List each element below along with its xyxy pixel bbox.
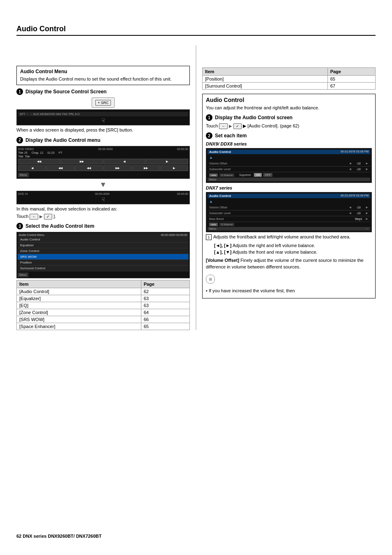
ac-vol-left[interactable]: ◄: [348, 162, 352, 165]
ac-vol-controls: ◄ -10 ►: [348, 162, 369, 165]
ctrl-btn-9[interactable]: ▶▶: [132, 165, 160, 171]
menu-bottom-btn[interactable]: Menu: [18, 271, 189, 277]
ac-tab-science[interactable]: G Science: [219, 173, 234, 177]
dvd-title-label: DVD VIDEO: [18, 148, 34, 150]
menu-item-srs-wow[interactable]: SRS WOW: [18, 254, 189, 260]
vol-offset-label: [Volume Offset]: [206, 258, 239, 263]
right-touch-arrow[interactable]: ←: [219, 123, 228, 129]
page-title: Audio Control: [16, 25, 376, 36]
right-step1-touch: Touch ← ▶ ✓ ▶ [Audio Control]. (page 62): [206, 123, 372, 129]
right-step2-circle: 2: [206, 132, 212, 139]
ac-back-btn-dnx7[interactable]: ←: [366, 227, 369, 230]
audio-menu-screen: Audio Control Menu 00:00-0000 00:00:00 A…: [16, 232, 190, 278]
table-row: [Equalizer] 63: [17, 295, 190, 302]
ctrl-btn-10[interactable]: ▶: [160, 165, 188, 171]
ac-tab-science-dnx7[interactable]: G Science: [219, 223, 234, 226]
menu-time: 00:00-0000 00:00:00: [161, 234, 187, 236]
ac-triangle-up[interactable]: ▲: [209, 155, 213, 160]
bullet-note: • If you have increased the volume first…: [206, 288, 372, 294]
ac-triangle-up-dnx7[interactable]: ▲: [209, 199, 213, 204]
ac-sub-right-dnx7[interactable]: ►: [365, 211, 369, 215]
src-button[interactable]: + SRC: [95, 100, 111, 106]
col-item: Item: [17, 280, 141, 288]
ctrl-btn-2[interactable]: ▶▶: [61, 159, 103, 164]
dvd2-title: DVD VI: [18, 192, 28, 195]
dvd2-time1: 00:00-0000: [95, 192, 109, 195]
ctrl-btn-4[interactable]: ▶: [146, 159, 188, 164]
desc-item-1: 1 Adjusts the front/back and left/right …: [206, 234, 372, 240]
step2-header: 2 Display the Audio Control menu: [16, 137, 190, 143]
device-labels: SFT ← → AUX KENWOOD NAV FAC PRL A O: [20, 113, 80, 116]
ctrl-btn-5[interactable]: ◀: [18, 165, 46, 171]
bracket-items: [◄], [►] Adjusts the right and left volu…: [214, 242, 372, 256]
ac-sub-right[interactable]: ►: [365, 167, 369, 171]
ctrl-btn-7[interactable]: ◀◀: [75, 165, 103, 171]
touch-btn-check[interactable]: ✓: [44, 214, 52, 220]
row1-item: [Audio Control]: [17, 288, 141, 295]
ctrl-btn-8[interactable]: ▶▶: [104, 165, 131, 171]
ac-off-btn[interactable]: OFF: [263, 173, 272, 177]
dvd-screen-1: DVD VIDEO 00:00-0000 00:00:00 Title 25 C…: [16, 146, 190, 179]
ac-footer-dnx7: Menu ←: [208, 227, 370, 231]
dvd-menu-btn[interactable]: Menu: [18, 172, 188, 177]
ac-sub-label: Subwoofer Level: [209, 168, 231, 171]
section-box-desc: Displays the Audio Control menu to set t…: [20, 76, 186, 82]
ac-on-btn[interactable]: ON: [254, 173, 262, 177]
ac-tab-radio-dnx7[interactable]: radio: [209, 223, 218, 226]
ac-menu-btn-dnx7[interactable]: Menu: [209, 227, 217, 230]
note-symbol-area: ≡: [206, 273, 372, 285]
title-col1: Title: [18, 155, 23, 158]
menu-item-surround[interactable]: Surround Control: [18, 266, 189, 271]
ac-vol-ctrl-dnx7: ◄ -10 ►: [348, 206, 369, 209]
ac-sub-val-dnx7: -10: [353, 212, 364, 215]
right-row2-item: [Surround Control]: [202, 83, 327, 90]
row2-item: [Equalizer]: [17, 295, 141, 302]
device-bar: SFT ← → AUX KENWOOD NAV FAC PRL A O: [18, 112, 188, 116]
ac-vol-right[interactable]: ►: [365, 162, 369, 165]
ac-sub-left[interactable]: ◄: [348, 167, 352, 171]
ac-sub-row-dnx7: Subwoofer Level ◄ -10 ►: [208, 210, 370, 216]
pt-label: PT: [59, 151, 62, 154]
ac-bass-row-dnx7: Bass Boost Step1 ►: [208, 216, 370, 222]
touch-btn-arrow[interactable]: ←: [30, 214, 38, 220]
ac-menu-btn-dnx9[interactable]: Menu: [209, 178, 217, 181]
right-audio-control-box: Audio Control You can adjust the front/r…: [202, 94, 376, 298]
row6-page: 65: [141, 323, 189, 330]
ac-vol-left-dnx7[interactable]: ◄: [348, 206, 352, 209]
right-col-item: Item: [202, 68, 327, 76]
ctrl-btn-3[interactable]: ◀: [104, 159, 146, 164]
right-touch-check[interactable]: ✓: [233, 123, 242, 129]
right-step1-title: Display the Audio Control screen: [215, 115, 293, 120]
menu-item-equalizer[interactable]: Equalizer: [18, 243, 189, 248]
right-step1-circle: 1: [206, 114, 212, 121]
ctrl-btn-1[interactable]: ◀◀: [18, 159, 60, 164]
ac-sub-left-dnx7[interactable]: ◄: [348, 211, 352, 215]
ac-tab-radio[interactable]: radio: [209, 173, 218, 177]
ac-vol-right-dnx7[interactable]: ►: [365, 206, 369, 209]
arrow-right-1: ▶: [39, 214, 44, 219]
ac-sub-label-dnx7: Subwoofer Level: [209, 212, 231, 215]
right-step2-header: 2 Set each item: [206, 132, 372, 139]
section-box-title: Audio Control Menu: [20, 69, 186, 74]
ctrl-btn-6[interactable]: ◀◀: [46, 165, 74, 171]
menu-item-audio-control[interactable]: Audio Control: [18, 237, 189, 243]
touch-seq-end: ].: [53, 214, 56, 219]
ac-bass-right-dnx7[interactable]: ►: [365, 217, 369, 221]
row3-page: 63: [141, 302, 189, 309]
table-row: [Position] 65: [202, 76, 375, 83]
right-section-desc: You can adjust the front/rear and right/…: [206, 105, 372, 111]
dnx7-label: DNX7 series: [206, 185, 372, 190]
menu-item-position[interactable]: Position: [18, 260, 189, 266]
step2-touch-desc: Touch ← ▶ ✓ ].: [16, 214, 190, 220]
table-row: [Space Enhancer] 65: [17, 323, 190, 330]
title-col2: Title: [25, 155, 30, 158]
menu-item-zone-control[interactable]: Zone Control: [18, 248, 189, 254]
ac-bass-val-dnx7: Step1: [353, 217, 364, 220]
note-icon: ≡: [206, 275, 215, 284]
step3-circle: 3: [16, 223, 23, 229]
right-step1-header: 1 Display the Audio Control screen: [206, 114, 372, 121]
ac-title-dnx7: Audio Control: [209, 194, 231, 198]
ac-title-dnx9: Audio Control: [209, 150, 231, 154]
table-row: [EQ] 63: [17, 302, 190, 309]
dnx9-screen: Audio Control 00:01-0078 03:08 PM ▲ Volu…: [206, 148, 372, 183]
